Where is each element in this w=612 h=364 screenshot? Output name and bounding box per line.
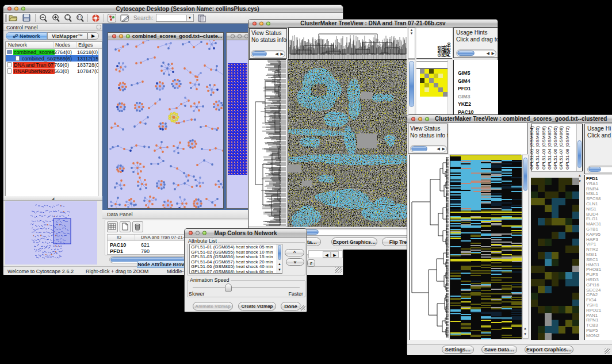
- svg-text:1:1: 1:1: [78, 16, 82, 19]
